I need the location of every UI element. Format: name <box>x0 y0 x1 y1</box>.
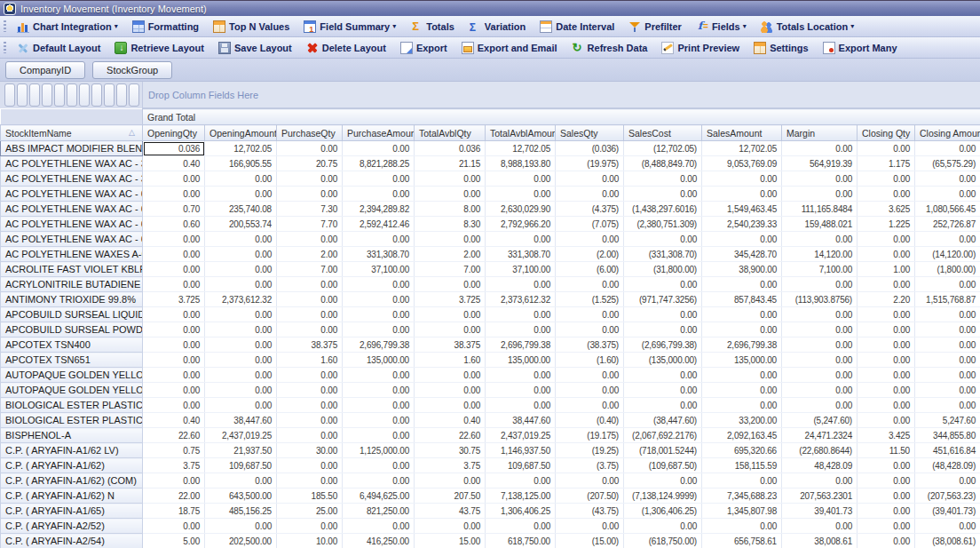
row-header-cell[interactable]: BIOLOGICAL ESTER PLASTICIZER ... <box>1 413 143 428</box>
grid-cell[interactable]: 0.00 <box>277 398 343 413</box>
grid-cell[interactable]: 24,471.2324 <box>782 428 858 443</box>
grid-cell[interactable]: 0.00 <box>556 277 624 292</box>
column-header-margin[interactable]: Margin <box>782 125 858 141</box>
grid-cell[interactable]: 2,437,019.25 <box>205 428 277 443</box>
grid-cell[interactable]: 38,900.00 <box>702 262 782 277</box>
grid-cell[interactable]: 8,821,288.25 <box>343 156 415 171</box>
grid-cell[interactable]: (12,702.05) <box>624 141 702 156</box>
grid-cell[interactable]: 30.75 <box>415 443 486 458</box>
row-header-cell[interactable]: C.P. ( ARYAFIN-A1/62) <box>1 458 143 473</box>
grid-cell[interactable]: 1,080,566.45 <box>915 202 980 217</box>
grid-cell[interactable]: 0.00 <box>858 247 915 262</box>
column-header-purchaseamount[interactable]: PurchaseAmount <box>343 125 415 141</box>
grid-cell[interactable]: 0.00 <box>486 187 556 202</box>
grid-cell[interactable]: (1,800.00) <box>915 262 980 277</box>
grid-cell[interactable]: 0.00 <box>277 171 343 187</box>
grid-cell[interactable]: 0.00 <box>624 322 702 338</box>
grid-cell[interactable]: 10.00 <box>277 534 343 548</box>
grid-cell[interactable]: (207,563.23) <box>915 488 980 504</box>
row-header-cell[interactable]: APCOTEX TSN400 <box>1 338 143 353</box>
grid-cell[interactable]: 0.00 <box>205 277 277 292</box>
grid-cell[interactable]: 0.00 <box>343 277 415 292</box>
grid-cell[interactable]: 38.375 <box>415 338 486 353</box>
column-header-openingqty[interactable]: OpeningQty <box>143 125 205 141</box>
grid-cell[interactable]: 1,146,937.50 <box>486 443 556 458</box>
grid-cell[interactable]: 0.00 <box>277 413 343 428</box>
grid-cell[interactable]: 38.375 <box>277 338 343 353</box>
toolbar-button-formatting[interactable]: Formatting <box>126 19 205 35</box>
row-header-cell[interactable]: C.P. ( ARYAFIN-A2/54) <box>1 534 143 548</box>
grid-cell[interactable]: 109,687.50 <box>486 458 556 473</box>
grid-cell[interactable]: 0.40 <box>143 156 205 171</box>
grid-cell[interactable]: 6,494,625.00 <box>343 488 415 504</box>
grid-cell[interactable]: 0.00 <box>486 519 556 534</box>
grid-cell[interactable]: 207,563.2301 <box>782 488 858 504</box>
grid-cell[interactable]: 1,549,463.45 <box>702 202 782 217</box>
filter-field-companyid[interactable]: CompanyID <box>5 61 85 79</box>
grid-cell[interactable]: 0.00 <box>415 187 486 202</box>
grid-cell[interactable]: 1.60 <box>277 353 343 368</box>
grid-cell[interactable]: 0.00 <box>277 232 343 247</box>
grand-total-header[interactable]: Grand Total <box>143 109 980 125</box>
row-header-cell[interactable]: AC POLYETHLENE WAX AC - 316A <box>1 156 143 171</box>
row-header-cell[interactable]: AC POLYETHLENE WAX AC - 616A <box>1 187 143 202</box>
grid-cell[interactable]: 0.00 <box>205 398 277 413</box>
grid-cell[interactable]: 7.70 <box>277 217 343 232</box>
grid-cell[interactable]: 0.00 <box>702 322 782 338</box>
grid-cell[interactable]: 12,702.05 <box>486 141 556 156</box>
grid-cell[interactable]: 0.00 <box>624 368 702 383</box>
grid-cell[interactable]: 0.00 <box>143 171 205 187</box>
grid-cell[interactable]: 8,988,193.80 <box>486 156 556 171</box>
grid-cell[interactable]: 22.60 <box>415 428 486 443</box>
grid-cell[interactable]: 0.00 <box>782 171 858 187</box>
grid-cell[interactable]: 1.00 <box>858 262 915 277</box>
row-header-cell[interactable]: ANTIMONY TRIOXIDE 99.8% <box>1 292 143 307</box>
row-header-cell[interactable]: APCOBUILD SURSEAL POWDER <box>1 322 143 338</box>
grid-cell[interactable]: 8.00 <box>415 202 486 217</box>
grid-cell[interactable]: 7,138,125.00 <box>486 488 556 504</box>
grid-cell[interactable]: 135,000.00 <box>702 353 782 368</box>
grid-cell[interactable]: 0.00 <box>915 473 980 488</box>
grid-cell[interactable]: 0.00 <box>782 277 858 292</box>
toolbar-button-retrieve-layout[interactable]: Retrieve Layout <box>108 40 210 56</box>
grid-cell[interactable]: 0.00 <box>624 519 702 534</box>
grid-cell[interactable]: 857,843.45 <box>702 292 782 307</box>
grid-cell[interactable]: 159,488.021 <box>782 217 858 232</box>
grid-cell[interactable]: 0.00 <box>205 519 277 534</box>
grid-cell[interactable]: 12,702.05 <box>702 141 782 156</box>
grid-cell[interactable]: (14,120.00) <box>915 247 980 262</box>
grid-cell[interactable]: 0.00 <box>624 473 702 488</box>
grid-cell[interactable]: 0.00 <box>143 368 205 383</box>
grid-cell[interactable]: 0.00 <box>277 187 343 202</box>
grid-cell[interactable]: 0.00 <box>343 232 415 247</box>
row-header-cell[interactable]: C.P. ( ARYAFIN-A2/52) <box>1 519 143 534</box>
grid-cell[interactable]: 0.00 <box>143 187 205 202</box>
grid-cell[interactable]: 344,855.80 <box>915 428 980 443</box>
grid-cell[interactable]: 11.50 <box>858 443 915 458</box>
grid-cell[interactable]: 39,401.73 <box>782 504 858 519</box>
grid-cell[interactable]: 0.00 <box>415 307 486 322</box>
grid-cell[interactable]: 0.00 <box>556 171 624 187</box>
grid-cell[interactable]: (5,247.60) <box>782 413 858 428</box>
grid-cell[interactable]: 0.00 <box>277 428 343 443</box>
grid-cell[interactable]: 0.00 <box>915 353 980 368</box>
grid-cell[interactable]: 2,373,612.32 <box>486 292 556 307</box>
grid-cell[interactable]: 0.00 <box>915 171 980 187</box>
row-header-cell[interactable]: C.P. ( ARYAFIN-A1/65) <box>1 504 143 519</box>
grid-cell[interactable]: 0.00 <box>277 519 343 534</box>
grid-cell[interactable]: 0.00 <box>915 232 980 247</box>
grid-cell[interactable]: 43.75 <box>415 504 486 519</box>
grid-cell[interactable]: 1.175 <box>858 156 915 171</box>
row-area-header-stockitemname[interactable]: StockItemName△ <box>1 125 143 141</box>
row-header-cell[interactable]: C.P. ( ARYAFIN-A1/62 LV) <box>1 443 143 458</box>
grid-cell[interactable]: 2,696,799.38 <box>486 338 556 353</box>
grid-cell[interactable]: (48,428.09) <box>915 458 980 473</box>
grid-cell[interactable]: (38,447.60) <box>624 413 702 428</box>
grid-cell[interactable]: 0.00 <box>486 171 556 187</box>
grid-cell[interactable]: 0.00 <box>143 473 205 488</box>
grid-cell[interactable]: 0.00 <box>624 398 702 413</box>
grid-cell[interactable]: 0.00 <box>624 277 702 292</box>
grid-cell[interactable]: 22.60 <box>143 428 205 443</box>
toolbar-button-export[interactable]: Export <box>394 40 454 56</box>
grid-cell[interactable]: 0.00 <box>624 383 702 398</box>
